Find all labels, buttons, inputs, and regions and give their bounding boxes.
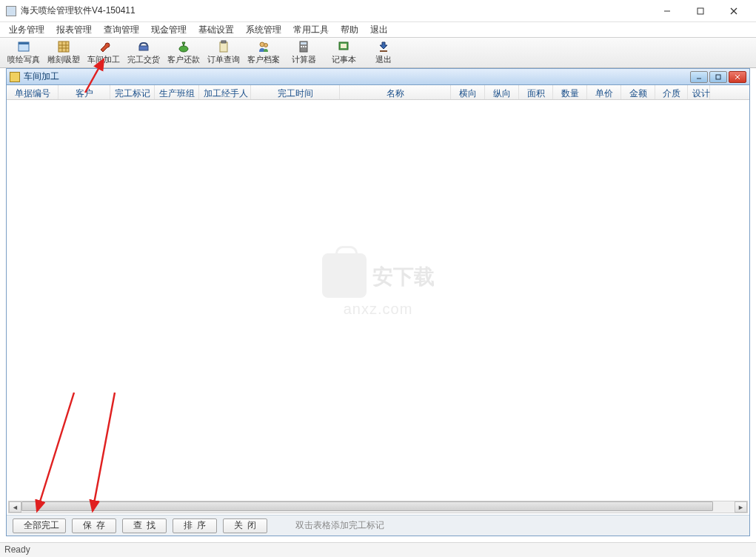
child-window: 车间加工 单据编号客户完工标记生产班组加工经手人完工时间名称横向纵向面积数量单价… <box>6 68 750 536</box>
child-close-button[interactable] <box>729 71 746 83</box>
column-header[interactable]: 单据编号 <box>7 85 58 99</box>
toolbar-label: 订单查询 <box>207 54 240 65</box>
svg-rect-24 <box>380 50 387 52</box>
calendar-icon <box>17 40 30 53</box>
window-title: 海天喷绘管理软件V4-150411 <box>21 4 650 17</box>
menu-bar: 业务管理 报表管理 查询管理 现金管理 基础设置 系统管理 常用工具 帮助 退出 <box>0 22 756 37</box>
column-header[interactable]: 客户 <box>58 85 110 99</box>
status-text: Ready <box>4 544 30 555</box>
data-table: 单据编号客户完工标记生产班组加工经手人完工时间名称横向纵向面积数量单价金额介质设… <box>7 85 749 497</box>
people-icon <box>257 40 270 53</box>
toolbar-label: 车间加工 <box>87 54 120 65</box>
app-icon <box>6 6 16 16</box>
svg-rect-6 <box>58 41 69 52</box>
child-window-title: 车间加工 <box>24 70 690 83</box>
hint-text: 双击表格添加完工标记 <box>295 519 384 532</box>
toolbar-delivery[interactable]: 完工交货 <box>124 39 163 67</box>
column-header[interactable]: 单价 <box>587 85 621 99</box>
column-header[interactable]: 生产班组 <box>155 85 199 99</box>
svg-point-15 <box>260 42 264 47</box>
maximize-button[interactable] <box>683 1 717 21</box>
main-toolbar: 喷绘写真 雕刻吸塑 车间加工 完工交货 客户还款 订单查询 客户档案 计算器 记… <box>0 37 756 68</box>
calculator-icon <box>297 40 310 53</box>
menu-query[interactable]: 查询管理 <box>98 22 145 38</box>
notebook-icon <box>337 40 350 53</box>
menu-reports[interactable]: 报表管理 <box>50 22 98 38</box>
grid-icon <box>57 40 70 53</box>
menu-cash[interactable]: 现金管理 <box>145 22 193 38</box>
scroll-right-button[interactable]: ► <box>735 501 747 513</box>
svg-rect-13 <box>220 42 227 52</box>
column-header[interactable]: 纵向 <box>485 85 519 99</box>
toolbar-notepad[interactable]: 记事本 <box>324 39 363 67</box>
svg-rect-19 <box>301 46 302 47</box>
column-header[interactable]: 面积 <box>519 85 553 99</box>
svg-rect-20 <box>303 46 304 47</box>
scroll-left-button[interactable]: ◄ <box>9 501 21 513</box>
toolbar-label: 完工交货 <box>127 54 160 65</box>
toolbar-customer[interactable]: 客户档案 <box>244 39 283 67</box>
phone-icon <box>137 40 150 53</box>
toolbar-order-query[interactable]: 订单查询 <box>204 39 243 67</box>
menu-settings[interactable]: 基础设置 <box>193 22 240 38</box>
close-child-button[interactable]: 关闭 <box>223 518 267 533</box>
toolbar-label: 计算器 <box>292 54 316 65</box>
status-bar: Ready <box>0 542 756 557</box>
toolbar-workshop[interactable]: 车间加工 <box>84 39 123 67</box>
horizontal-scrollbar[interactable]: ◄ ► <box>8 501 748 513</box>
toolbar-label: 退出 <box>375 54 392 65</box>
svg-rect-1 <box>698 8 703 14</box>
menu-tools[interactable]: 常用工具 <box>287 22 335 38</box>
toolbar-label: 雕刻吸塑 <box>47 54 80 65</box>
all-complete-button[interactable]: 全部完工 <box>13 518 66 533</box>
close-button[interactable] <box>717 1 750 21</box>
toolbar-calculator[interactable]: 计算器 <box>284 39 323 67</box>
scroll-thumb[interactable] <box>21 501 713 511</box>
watermark: 安下载 anxz.com <box>322 253 435 318</box>
svg-rect-14 <box>221 41 226 43</box>
svg-rect-26 <box>716 75 720 79</box>
child-maximize-button[interactable] <box>709 71 727 83</box>
find-button[interactable]: 查找 <box>122 518 167 533</box>
menu-help[interactable]: 帮助 <box>335 22 364 38</box>
column-header[interactable]: 名称 <box>340 85 451 99</box>
menu-business[interactable]: 业务管理 <box>3 22 50 38</box>
column-header[interactable]: 完工时间 <box>251 85 340 99</box>
toolbar-exit[interactable]: 退出 <box>364 39 403 67</box>
column-header[interactable]: 介质 <box>655 85 688 99</box>
menu-exit[interactable]: 退出 <box>364 22 394 38</box>
table-header: 单据编号客户完工标记生产班组加工经手人完工时间名称横向纵向面积数量单价金额介质设… <box>7 85 749 100</box>
column-header[interactable]: 金额 <box>621 85 655 99</box>
toolbar-label: 客户档案 <box>247 54 280 65</box>
sort-button[interactable]: 排序 <box>173 518 217 533</box>
svg-rect-11 <box>139 46 148 50</box>
svg-point-16 <box>264 44 268 47</box>
window-title-bar: 海天喷绘管理软件V4-150411 <box>0 0 756 22</box>
exit-icon <box>377 40 390 53</box>
column-header[interactable]: 完工标记 <box>110 85 155 99</box>
menu-system[interactable]: 系统管理 <box>240 22 287 38</box>
child-button-bar: 全部完工 保存 查找 排序 关闭 双击表格添加完工标记 <box>7 515 749 536</box>
save-button[interactable]: 保存 <box>72 518 116 533</box>
column-header[interactable]: 设计 <box>688 85 710 99</box>
table-body[interactable]: 安下载 anxz.com <box>7 100 749 497</box>
wrench-icon <box>97 40 110 53</box>
svg-rect-23 <box>341 44 347 48</box>
column-header[interactable]: 数量 <box>553 85 587 99</box>
money-icon <box>177 40 190 53</box>
svg-rect-18 <box>301 42 307 44</box>
column-header[interactable]: 加工经手人 <box>199 85 251 99</box>
svg-rect-21 <box>305 46 307 47</box>
toolbar-label: 喷绘写真 <box>7 54 40 65</box>
child-title-bar[interactable]: 车间加工 <box>7 69 749 85</box>
column-header[interactable]: 横向 <box>451 85 485 99</box>
toolbar-inkjet[interactable]: 喷绘写真 <box>4 39 43 67</box>
clipboard-icon <box>217 40 230 53</box>
toolbar-carving[interactable]: 雕刻吸塑 <box>44 39 83 67</box>
svg-rect-5 <box>19 42 29 44</box>
toolbar-label: 记事本 <box>332 54 356 65</box>
child-minimize-button[interactable] <box>690 71 708 83</box>
toolbar-repayment[interactable]: 客户还款 <box>164 39 203 67</box>
minimize-button[interactable] <box>650 1 683 21</box>
child-window-icon <box>10 72 20 82</box>
